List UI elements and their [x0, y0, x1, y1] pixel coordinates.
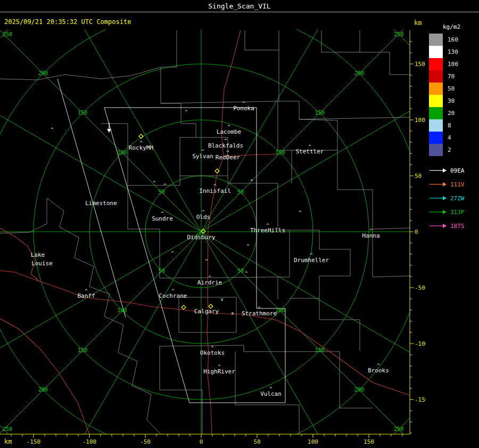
range-label: 150 — [78, 347, 87, 353]
pointer-arrow-icon — [429, 195, 447, 201]
scale-entry: 100 — [429, 58, 478, 70]
city-label: Lake — [31, 251, 45, 258]
city-label: Louise — [31, 260, 53, 267]
station-marker-icon: v — [220, 297, 223, 302]
radar-pointer-entry: 27ZW — [429, 191, 478, 205]
station-marker-icon: ^ — [246, 243, 250, 249]
radar-pointer-legend: 09EA111V27ZW31JP18TS — [429, 164, 478, 233]
scale-color-swatch — [429, 70, 443, 83]
county-boundary — [160, 346, 202, 434]
right-axis-label: -100 — [415, 340, 426, 347]
scale-entry: 20 — [429, 107, 478, 119]
county-boundary — [160, 345, 340, 352]
county-boundary — [279, 50, 410, 119]
pointer-arrow-icon — [429, 181, 447, 188]
radar-pointer-entry: 18TS — [429, 219, 478, 233]
range-label: 50 — [159, 189, 165, 195]
right-axis-label: 0 — [415, 229, 418, 235]
scale-color-swatch — [429, 132, 443, 144]
county-boundary — [0, 198, 47, 233]
range-label: 250 — [394, 426, 403, 432]
radar-pointer-arrowhead — [107, 129, 111, 133]
bottom-axis-label: 50 — [253, 438, 260, 445]
town-marker-icon: ^ — [218, 364, 221, 369]
scale-entry: 70 — [429, 70, 478, 83]
station-marker-icon: ^ — [51, 127, 54, 132]
town-marker-icon: ^ — [85, 288, 88, 294]
scan-area-outline — [57, 79, 126, 317]
city-label: Calgary — [194, 308, 219, 315]
highway — [212, 313, 410, 395]
bottom-axis-label: -150 — [27, 438, 41, 445]
right-axis-label: 50 — [415, 173, 422, 180]
scale-color-swatch — [429, 119, 443, 132]
scale-entry: 8 — [429, 119, 478, 132]
station-marker-icon: ^ — [163, 183, 167, 188]
county-boundary — [160, 277, 278, 278]
range-label: 100 — [117, 307, 127, 313]
color-scale: 16013010070503020842 — [429, 34, 478, 156]
legend-unit-label: kg/m2 — [443, 23, 478, 30]
pointer-arrow-icon — [429, 167, 447, 174]
scale-value-label: 100 — [448, 61, 458, 68]
range-label: 50 — [159, 268, 165, 274]
radar-map: 5010015020025050100150200250501001502002… — [0, 29, 426, 448]
bottom-axis-label: -50 — [140, 438, 151, 445]
town-marker-icon: ^ — [242, 101, 245, 106]
town-marker-icon: ^ — [224, 138, 227, 143]
range-label: 150 — [315, 347, 325, 353]
city-label: Limestone — [85, 200, 117, 207]
pointer-id-label: 09EA — [450, 167, 465, 174]
range-label: 100 — [275, 307, 285, 313]
bottom-axis-label: 0 — [200, 438, 203, 445]
right-axis-unit: km — [414, 19, 422, 27]
scale-color-swatch — [429, 144, 443, 156]
county-boundary — [0, 67, 161, 80]
county-boundary — [47, 198, 161, 434]
scale-entry: 130 — [429, 46, 478, 58]
town-marker-icon: ^ — [211, 345, 214, 351]
highway — [208, 30, 241, 296]
county-boundary — [360, 52, 410, 75]
town-marker-icon: ^ — [226, 150, 229, 155]
county-boundary — [161, 30, 196, 137]
range-label: 50 — [237, 189, 244, 195]
town-marker-icon: ^ — [139, 140, 143, 145]
scale-value-label: 8 — [448, 122, 451, 129]
station-marker-icon: ^ — [171, 250, 174, 256]
radar-pointer-entry: 31JP — [429, 205, 478, 219]
range-label: 200 — [38, 70, 48, 76]
town-marker-icon: ^ — [308, 144, 311, 149]
town-marker-icon: ^ — [201, 149, 204, 154]
scale-color-swatch — [429, 58, 443, 70]
map-layers: 5010015020025050100150200250501001502002… — [0, 29, 426, 448]
right-axis-label: 100 — [415, 117, 425, 124]
title-bar: Single_Scan_VIL — [0, 0, 479, 12]
bottom-axis-label: -100 — [82, 438, 97, 445]
range-label: 150 — [78, 110, 87, 116]
range-label: 200 — [354, 387, 364, 393]
range-label: 50 — [237, 268, 244, 274]
scan-timestamp: 2025/09/21 20:35:32 UTC Composite — [4, 18, 131, 26]
town-marker-icon: ^ — [171, 288, 175, 294]
range-label: 150 — [315, 110, 325, 116]
town-marker-icon: ^ — [269, 386, 272, 392]
town-marker-icon: ^ — [227, 124, 230, 129]
station-marker-icon: ^ — [153, 180, 156, 185]
scale-value-label: 70 — [448, 73, 455, 80]
pointer-arrow-icon — [429, 223, 447, 229]
window-title: Single_Scan_VIL — [208, 2, 270, 10]
range-label: 250 — [3, 426, 12, 432]
radar-site-icon — [181, 305, 186, 309]
scale-entry: 160 — [429, 34, 478, 46]
pointer-id-label: 27ZW — [450, 195, 465, 202]
scale-value-label: 4 — [448, 134, 451, 141]
scale-value-label: 20 — [448, 110, 455, 117]
city-label: Didsbury — [187, 234, 216, 241]
range-label: 200 — [354, 70, 364, 76]
scale-value-label: 130 — [448, 48, 458, 55]
county-boundary — [319, 298, 360, 351]
right-axis-label: -50 — [415, 284, 425, 291]
scale-value-label: 50 — [448, 85, 455, 92]
right-axis-label: 150 — [415, 61, 425, 68]
